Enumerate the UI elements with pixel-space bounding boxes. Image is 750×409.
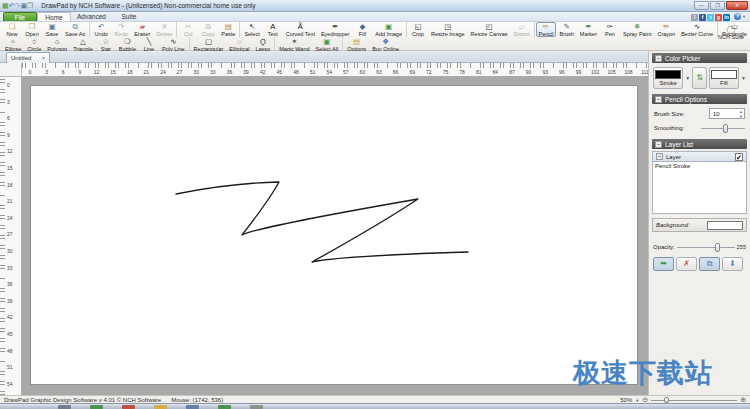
layer-item-list[interactable]: Pencil Stroke xyxy=(652,162,747,214)
pencil-button[interactable]: ✏Pencil xyxy=(536,22,557,37)
curved-text-button[interactable]: ÃCurved Text xyxy=(283,22,318,37)
spinner-arrows-icon[interactable]: ▲▼ xyxy=(739,109,743,119)
smoothing-slider[interactable] xyxy=(701,123,745,133)
watermark-text: 极速下载站 xyxy=(573,355,713,391)
resize-canvas-button[interactable]: ◰Resize Canvas xyxy=(468,22,511,37)
taskbar-icon[interactable] xyxy=(58,405,71,409)
facebook-icon[interactable]: f xyxy=(699,14,706,21)
pen-button[interactable]: ✑Pen xyxy=(600,22,620,37)
share-icon[interactable]: ⤴ xyxy=(691,14,698,21)
app-icon[interactable]: ▦ xyxy=(2,2,9,9)
tab-home[interactable]: Home xyxy=(37,12,71,21)
bezier-curve-button[interactable]: ∿Bezier Curve xyxy=(678,22,716,37)
delete-layer-button[interactable]: ✗ xyxy=(676,257,697,271)
lasso-button[interactable]: ϘLasso xyxy=(252,37,273,52)
duplicate-layer-button[interactable]: ⧉ xyxy=(699,257,720,271)
bubble-button[interactable]: ❍Bubble xyxy=(116,37,139,52)
crop-button[interactable]: ◱Crop xyxy=(408,22,428,37)
spray-paint-button[interactable]: ✵Spray Paint xyxy=(620,22,654,37)
layer-visibility-checkbox[interactable]: ✔ xyxy=(735,153,743,161)
marker-button[interactable]: ✒Marker xyxy=(577,22,600,37)
undo-button[interactable]: ↶Undo xyxy=(91,22,111,37)
swap-colors-button[interactable]: ⇅ xyxy=(692,67,706,89)
eraser-button[interactable]: ▰Eraser xyxy=(131,22,153,37)
help-button[interactable]: ? ▼ xyxy=(734,13,746,20)
crayon-button[interactable]: ✏Crayon xyxy=(654,22,678,37)
select-all-button[interactable]: ▣Select All xyxy=(313,37,342,52)
circle-button[interactable]: ○Circle xyxy=(24,37,44,52)
fill-color-button[interactable]: Fill xyxy=(709,67,739,89)
linkedin-icon[interactable]: in xyxy=(723,14,730,21)
line-button[interactable]: ╲Line xyxy=(139,37,159,52)
select-button[interactable]: ↖Select xyxy=(241,22,262,37)
save-button[interactable]: ▣Save xyxy=(42,22,62,37)
collapse-icon[interactable]: − xyxy=(655,55,662,62)
opacity-slider-thumb[interactable] xyxy=(715,243,720,252)
buy-online-button[interactable]: ❖Buy Online xyxy=(369,37,402,52)
close-button[interactable]: ✕ xyxy=(726,1,748,10)
open-button[interactable]: ❒Open xyxy=(22,22,42,37)
taskbar-icon[interactable] xyxy=(218,405,231,409)
elliptical-select-button[interactable]: ◌Elliptical xyxy=(226,37,252,52)
canvas-workspace[interactable] xyxy=(22,77,648,395)
add-layer-button[interactable]: ➥ xyxy=(653,257,674,271)
new-button[interactable]: ❏New xyxy=(2,22,22,37)
distort-label: Distort xyxy=(514,31,530,37)
drawing-page[interactable] xyxy=(30,85,638,385)
text-button[interactable]: AText xyxy=(263,22,283,37)
qa-save-icon[interactable]: ▣ xyxy=(20,2,27,9)
stroke-color-button[interactable]: Stroke xyxy=(653,67,683,89)
brush-button[interactable]: ✎Brush xyxy=(556,22,576,37)
taskbar-icon[interactable] xyxy=(122,405,135,409)
brush-size-input[interactable]: 10 ▲▼ xyxy=(709,108,745,119)
layer-group-row[interactable]: − Layer ✔ xyxy=(652,151,747,162)
twitter-icon[interactable]: t xyxy=(707,14,714,21)
polygon-button[interactable]: ⌂Polygon xyxy=(44,37,70,52)
tab-file[interactable]: File xyxy=(3,12,37,21)
minimize-button[interactable]: — xyxy=(694,1,709,10)
collapse-icon[interactable]: − xyxy=(656,153,663,160)
collapse-icon[interactable]: − xyxy=(655,141,662,148)
background-layer-row[interactable]: Background xyxy=(652,218,747,232)
zoom-caret-icon[interactable]: ▼ xyxy=(635,398,639,403)
ruler-corner xyxy=(0,63,22,77)
ribbon-tab-row: FileHomeAdvancedSuite ⤴ftgin ? ▼ xyxy=(0,12,750,21)
layer-list-header[interactable]: − Layer List xyxy=(652,139,747,149)
document-tab-untitled[interactable]: Untitled × xyxy=(6,52,50,63)
googleplus-icon[interactable]: g xyxy=(715,14,722,21)
taskbar-icon[interactable] xyxy=(154,405,167,409)
opacity-slider[interactable] xyxy=(677,242,735,252)
fill-button[interactable]: ◆Fill xyxy=(352,22,372,37)
poly-line-button[interactable]: ∿Poly Line xyxy=(159,37,188,52)
taskbar-icon[interactable] xyxy=(250,405,263,409)
background-color-swatch[interactable] xyxy=(707,221,743,230)
rectangular-select-button[interactable]: ▢Rectangular xyxy=(191,37,227,52)
fill-dropdown-icon[interactable]: ▼ xyxy=(741,75,746,81)
taskbar-icon[interactable] xyxy=(90,405,103,409)
save-as-button[interactable]: ⧉Save As xyxy=(62,22,88,37)
color-picker-header[interactable]: − Color Picker xyxy=(652,53,747,63)
resize-image-button[interactable]: ◳Resize Image xyxy=(428,22,468,37)
options-button[interactable]: ▤Options xyxy=(344,37,369,52)
add-image-button[interactable]: ▣Add Image xyxy=(372,22,405,37)
pencil-options-header[interactable]: − Pencil Options xyxy=(652,94,747,104)
layer-item[interactable]: Pencil Stroke xyxy=(655,163,744,169)
collapse-icon[interactable]: − xyxy=(655,96,662,103)
maximize-button[interactable]: ❐ xyxy=(710,1,725,10)
merge-layer-button[interactable]: ⬇ xyxy=(722,257,743,271)
tab-suite[interactable]: Suite xyxy=(112,12,146,21)
magic-wand-button[interactable]: ✶Magic Wand xyxy=(276,37,312,52)
star-button[interactable]: ☆Star xyxy=(96,37,116,52)
triangle-button[interactable]: △Triangle xyxy=(70,37,96,52)
stroke-dropdown-icon[interactable]: ▼ xyxy=(685,75,690,81)
nch-suite-button[interactable]: ◯ NCH Suite xyxy=(718,25,744,40)
smoothing-slider-thumb[interactable] xyxy=(723,124,728,133)
paste-button[interactable]: ▤Paste xyxy=(218,22,238,37)
qa-open-icon[interactable]: ❐ xyxy=(27,2,33,9)
ellipse-button[interactable]: ○Ellipse xyxy=(2,37,24,52)
taskbar-icon[interactable] xyxy=(186,405,199,409)
taskbar-strip[interactable] xyxy=(0,403,750,409)
tab-close-icon[interactable]: × xyxy=(41,55,45,61)
tab-advanced[interactable]: Advanced xyxy=(71,12,112,21)
eyedropper-button[interactable]: ✒Eyedropper xyxy=(318,22,352,37)
